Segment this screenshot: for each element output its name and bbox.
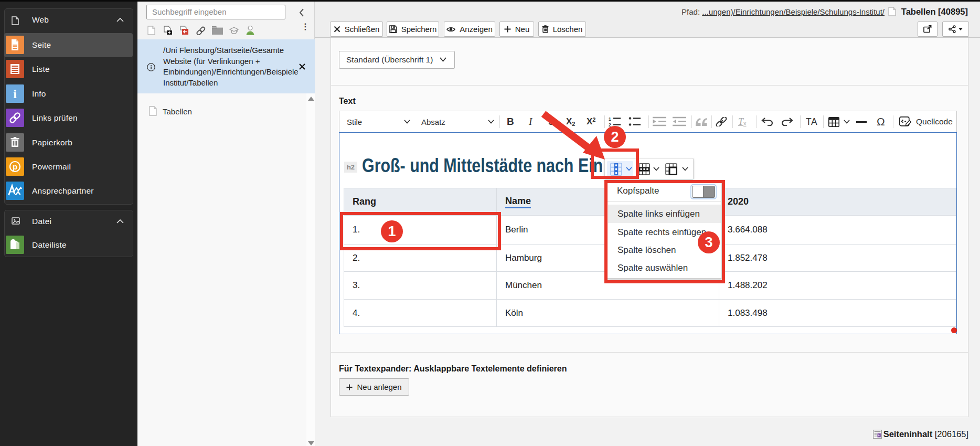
svg-text:i: i bbox=[13, 87, 17, 101]
svg-text:p: p bbox=[13, 162, 17, 171]
